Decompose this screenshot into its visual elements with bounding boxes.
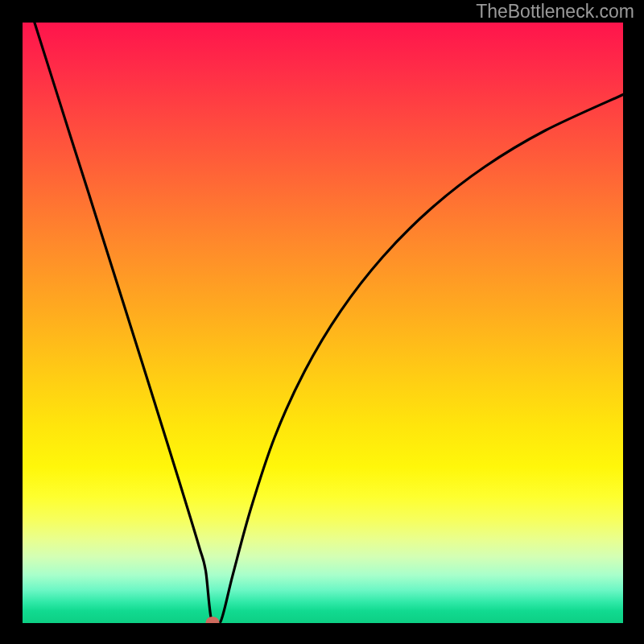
watermark-text: TheBottleneck.com (476, 1, 634, 23)
outer-frame: TheBottleneck.com (0, 0, 644, 644)
plot-area (23, 23, 623, 623)
optimal-point-marker (205, 617, 219, 623)
bottleneck-curve (23, 23, 623, 623)
